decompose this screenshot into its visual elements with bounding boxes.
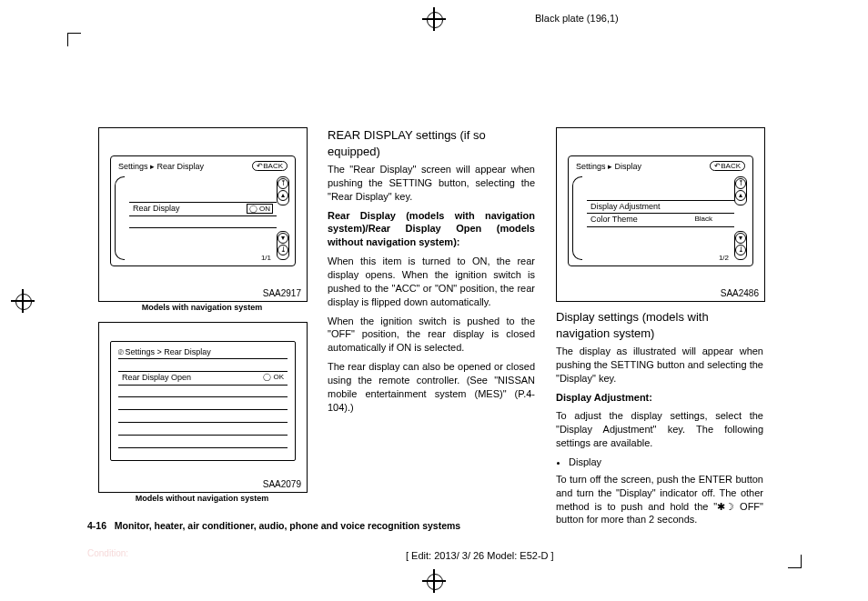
- para: The "Rear Display" screen will appear wh…: [328, 163, 535, 204]
- scroll-rail-bottom: ▾ ⤓: [277, 231, 289, 260]
- fig3-code: SAA2486: [721, 288, 759, 298]
- screen-left-curve: [572, 176, 582, 260]
- fig1-pager: 1/1: [261, 254, 271, 262]
- subheading: Display Adjustment:: [556, 391, 763, 405]
- scroll-bottom-icon: ⤓: [735, 245, 746, 255]
- para: To adjust the display settings, select t…: [556, 409, 763, 450]
- fig2-row-a: [118, 358, 288, 372]
- page-num: 4-16: [87, 520, 106, 531]
- para: When this item is turned to ON, the rear…: [328, 255, 535, 308]
- registration-mark-bottom: [422, 569, 446, 593]
- section-title: Monitor, heater, air conditioner, audio,…: [115, 520, 460, 531]
- fig2-code: SAA2079: [263, 479, 301, 489]
- screen-left-curve: [115, 176, 125, 260]
- fig3-row1-label: Display Adjustment: [590, 202, 661, 211]
- fig2-row-state: ◯ OK: [263, 373, 284, 381]
- edit-stamp: [ Edit: 2013/ 3/ 26 Model: E52-D ]: [406, 550, 554, 561]
- fig3-row2-value: Black: [694, 215, 712, 223]
- figure-1: Settings ▸ Rear Display ↶BACK ⤒ ▴ ▾ ⤓ Re…: [98, 127, 308, 302]
- para: The display as illustrated will appear w…: [556, 345, 763, 386]
- figure-2: ⎚ Settings > Rear Display Rear Display O…: [98, 322, 308, 493]
- fig1-row-label: Rear Display: [133, 204, 180, 213]
- fig2-row-d: [118, 409, 288, 423]
- fig1-row-blank: [129, 215, 277, 228]
- fig1-breadcrumb: Settings ▸ Rear Display: [118, 162, 204, 171]
- fig3-screen: Settings ▸ Display ↶BACK ⤒ ▴ ▾ ⤓ Display…: [568, 155, 753, 266]
- brightness-off-icon: ✱☽: [717, 501, 734, 512]
- heading-display-settings: Display settings (models with navigation…: [556, 309, 763, 341]
- list-item: Display: [569, 456, 763, 469]
- plate-label: Black plate (196,1): [535, 13, 619, 24]
- para: The rear display can also be opened or c…: [328, 360, 535, 414]
- registration-mark-top: [422, 7, 446, 31]
- para: To turn off the screen, push the ENTER b…: [556, 473, 763, 526]
- fig2-row-label: Rear Display Open: [122, 373, 191, 382]
- fig3-row1: Display Adjustment: [587, 200, 734, 214]
- condition-label: Condition:: [87, 548, 128, 558]
- figure-3: Settings ▸ Display ↶BACK ⤒ ▴ ▾ ⤓ Display…: [556, 127, 765, 302]
- subheading: Rear Display (models with navigation sys…: [328, 209, 535, 250]
- crop-mark-br: [788, 555, 802, 568]
- heading-rear-display: REAR DISPLAY settings (if so equipped): [328, 127, 535, 159]
- fig1-caption: Models with navigation system: [98, 303, 306, 312]
- scroll-up-icon: ▴: [735, 190, 746, 201]
- registration-mark-left: [11, 289, 35, 313]
- scroll-up-icon: ▴: [278, 190, 288, 201]
- para: When the ignition switch is pushed to th…: [328, 315, 535, 356]
- fig2-screen: ⎚ Settings > Rear Display Rear Display O…: [110, 341, 296, 461]
- scroll-down-icon: ▾: [278, 233, 288, 244]
- fig2-row-c: [118, 396, 288, 410]
- scroll-top-icon: ⤒: [278, 178, 288, 189]
- fig1-row-state: ◯ ON: [247, 204, 273, 214]
- fig3-pager: 1/2: [719, 254, 729, 262]
- page-number: 4-16 Monitor, heater, air conditioner, a…: [87, 520, 460, 531]
- scroll-bottom-icon: ⤓: [278, 245, 288, 255]
- fig3-row2-label: Color Theme: [590, 215, 638, 224]
- back-button: ↶BACK: [252, 161, 288, 171]
- scroll-down-icon: ▾: [735, 233, 746, 244]
- scroll-rail-bottom: ▾ ⤓: [734, 231, 747, 260]
- back-button: ↶BACK: [710, 161, 745, 171]
- fig1-code: SAA2917: [263, 288, 301, 298]
- fig3-breadcrumb: Settings ▸ Display: [576, 162, 641, 171]
- scroll-top-icon: ⤒: [735, 178, 746, 189]
- scroll-rail: ⤒ ▴: [277, 176, 289, 205]
- fig2-row-f: [118, 435, 288, 448]
- manual-page: Black plate (196,1) [ Edit: 2013/ 3/ 26 …: [0, 0, 868, 601]
- fig2-row-e: [118, 422, 288, 436]
- fig2-row-b: [118, 384, 288, 397]
- fig2-caption: Models without navigation system: [98, 494, 306, 503]
- fig2-breadcrumb: ⎚ Settings > Rear Display: [118, 347, 211, 356]
- fig1-screen: Settings ▸ Rear Display ↶BACK ⤒ ▴ ▾ ⤓ Re…: [110, 155, 296, 266]
- fig3-row2: Color Theme Black: [587, 213, 734, 227]
- bullet-list: Display: [569, 456, 763, 469]
- crop-mark-tl: [67, 33, 81, 46]
- column-center: REAR DISPLAY settings (if so equipped) T…: [328, 127, 535, 419]
- column-right: Display settings (models with navigation…: [556, 309, 763, 532]
- scroll-rail: ⤒ ▴: [734, 176, 747, 205]
